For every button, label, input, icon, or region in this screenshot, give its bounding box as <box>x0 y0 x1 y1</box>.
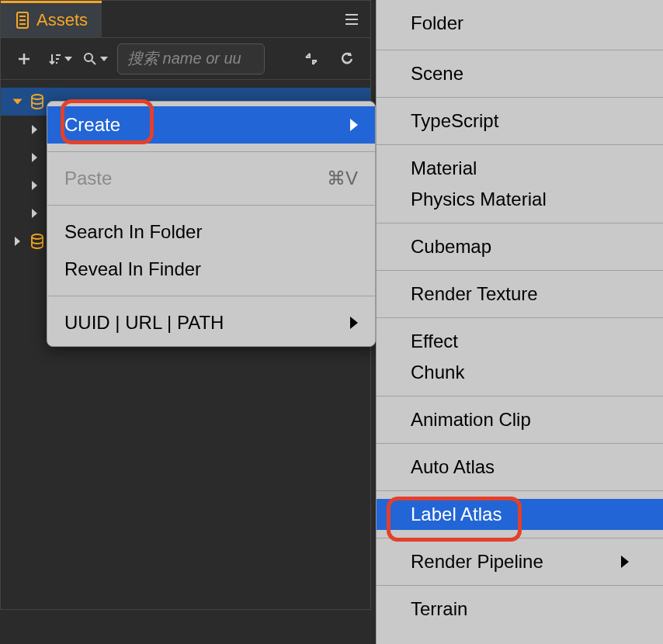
ctx-create[interactable]: Create <box>47 106 375 144</box>
context-menu: Create Paste ⌘V Search In Folder Reveal … <box>47 101 376 347</box>
collapse-button[interactable] <box>297 45 325 73</box>
submenu-item-label: Chunk <box>411 362 464 383</box>
separator <box>377 50 663 50</box>
separator <box>377 97 663 98</box>
separator <box>47 296 375 296</box>
ctx-paste: Paste ⌘V <box>47 160 375 197</box>
separator <box>47 205 375 206</box>
submenu-item-label: Scene <box>411 63 463 85</box>
ctx-reveal-in-finder-label: Reveal In Finder <box>64 258 201 280</box>
svg-point-15 <box>32 95 43 99</box>
submenu-item-material[interactable]: Material <box>377 153 663 184</box>
collapse-icon <box>304 51 319 67</box>
chevron-right-icon <box>32 153 37 162</box>
submenu-item-label: TypeScript <box>411 110 498 132</box>
ctx-paste-shortcut: ⌘V <box>327 168 358 189</box>
submenu-item-label: Cubemap <box>411 236 491 258</box>
chevron-right-icon <box>350 317 358 329</box>
submenu-item-label: Effect <box>411 331 458 352</box>
submenu-item-label: Auto Atlas <box>411 456 495 478</box>
panel-tabbar: Assets <box>1 1 370 38</box>
ctx-uuid-url-path-label: UUID | URL | PATH <box>64 312 224 334</box>
submenu-item-physics-material[interactable]: Physics Material <box>377 184 663 215</box>
submenu-item-label: Label Atlas <box>411 504 502 525</box>
submenu-item-label: Render Texture <box>411 283 538 305</box>
chevron-right-icon <box>32 209 37 218</box>
separator <box>377 443 663 444</box>
submenu-item-label: Render Pipeline <box>411 551 543 573</box>
separator <box>377 585 663 586</box>
separator <box>377 317 663 318</box>
refresh-icon <box>339 51 355 67</box>
separator <box>377 538 663 538</box>
panel-menu-button[interactable] <box>333 1 370 37</box>
submenu-item-chunk[interactable]: Chunk <box>377 357 663 388</box>
chevron-right-icon <box>32 125 37 134</box>
submenu-item-render-pipeline[interactable]: Render Pipeline <box>377 546 663 577</box>
ctx-paste-label: Paste <box>64 168 112 189</box>
ctx-reveal-in-finder[interactable]: Reveal In Finder <box>47 251 375 288</box>
separator <box>377 396 663 396</box>
chevron-down-icon <box>13 99 23 105</box>
search-box[interactable] <box>117 43 265 74</box>
ctx-search-in-folder[interactable]: Search In Folder <box>47 213 375 251</box>
submenu-item-auto-atlas[interactable]: Auto Atlas <box>377 452 663 483</box>
chevron-right-icon <box>15 237 20 246</box>
assets-icon <box>15 12 30 29</box>
sort-button[interactable] <box>46 45 74 73</box>
chevron-right-icon <box>621 556 629 568</box>
assets-toolbar <box>1 38 370 80</box>
separator <box>377 144 663 145</box>
plus-icon <box>17 52 31 66</box>
submenu-item-label: Terrain <box>411 598 467 620</box>
submenu-item-label: Folder <box>411 12 463 34</box>
submenu-item-render-texture[interactable]: Render Texture <box>377 279 663 310</box>
submenu-item-label: Material <box>411 158 477 179</box>
separator <box>377 490 663 491</box>
sort-icon <box>47 52 61 66</box>
ctx-create-label: Create <box>64 114 120 136</box>
submenu-item-cubemap[interactable]: Cubemap <box>377 231 663 262</box>
submenu-item-animation-clip[interactable]: Animation Clip <box>377 404 663 435</box>
svg-point-13 <box>85 54 92 61</box>
separator <box>377 270 663 271</box>
submenu-item-scene[interactable]: Scene <box>377 58 663 89</box>
database-icon <box>30 234 45 249</box>
submenu-item-terrain[interactable]: Terrain <box>377 594 663 625</box>
svg-point-16 <box>32 234 43 239</box>
chevron-right-icon <box>350 119 358 131</box>
ctx-search-in-folder-label: Search In Folder <box>64 221 202 243</box>
assets-tab[interactable]: Assets <box>1 1 102 37</box>
separator <box>377 223 663 223</box>
svg-line-14 <box>92 61 95 64</box>
submenu-item-effect[interactable]: Effect <box>377 326 663 357</box>
refresh-button[interactable] <box>333 45 361 73</box>
submenu-item-label: Animation Clip <box>411 409 531 431</box>
create-submenu: FolderSceneTypeScriptMaterialPhysics Mat… <box>376 0 663 644</box>
submenu-item-folder[interactable]: Folder <box>377 8 663 39</box>
separator <box>47 151 375 152</box>
database-icon <box>30 94 45 109</box>
submenu-item-label: Physics Material <box>411 189 547 210</box>
submenu-item-typescript[interactable]: TypeScript <box>377 106 663 137</box>
search-input[interactable] <box>127 50 255 68</box>
assets-tab-label: Assets <box>36 10 88 30</box>
add-button[interactable] <box>10 45 38 73</box>
ctx-uuid-url-path[interactable]: UUID | URL | PATH <box>47 304 375 341</box>
search-icon <box>83 52 97 66</box>
hamburger-icon <box>344 12 359 26</box>
submenu-item-label-atlas[interactable]: Label Atlas <box>377 499 663 530</box>
filter-button[interactable] <box>82 45 109 73</box>
chevron-right-icon <box>32 181 37 190</box>
